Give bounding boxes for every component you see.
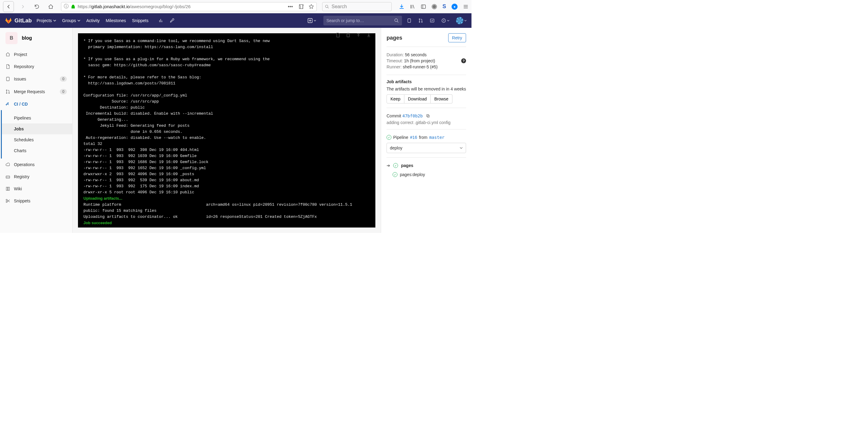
browser-toolbar-icons: S ● [399,3,468,10]
svg-point-13 [6,92,7,93]
browse-button[interactable]: Browse [431,94,453,104]
retry-button[interactable]: Retry [448,33,466,42]
raw-log-icon[interactable] [336,33,340,37]
svg-rect-1 [421,5,426,8]
svg-rect-4 [408,19,410,22]
artifacts-title: Job artifacts [386,79,466,84]
sidebar-item-issues[interactable]: Issues 0 [0,73,72,85]
merge-request-icon[interactable] [418,18,423,23]
svg-text:?: ? [443,19,444,22]
sidebar-item-merge-requests[interactable]: Merge Requests 0 [0,85,72,98]
download-button[interactable]: Download [404,94,431,104]
circle-icon[interactable]: ● [452,4,458,10]
avatar-icon[interactable] [456,17,467,24]
gitlab-nav: Projects Groups Activity Milestones Snip… [37,18,175,23]
chevron-down-icon [460,146,463,149]
commit-label: Commit [386,113,401,118]
page-actions-icon[interactable]: ••• [288,4,293,9]
help-circle-icon[interactable]: ? [461,58,466,63]
pipeline-link[interactable]: #16 [410,135,417,140]
file-icon [5,64,10,69]
nav-wrench-icon[interactable] [169,18,175,23]
check-circle-icon: ✓ [393,172,397,177]
svg-point-16 [6,199,7,201]
commit-sha[interactable]: 47bf0b2b [402,113,423,118]
browser-search[interactable]: Search [322,2,392,11]
timeout-label: Timeout: [386,58,403,63]
job-title: pages [386,35,402,41]
sidebar-item-repository[interactable]: Repository [0,60,72,73]
nav-snippets[interactable]: Snippets [132,18,148,23]
nav-activity[interactable]: Activity [87,18,100,23]
runner-label: Runner: [386,64,402,69]
sidebar-item-wiki[interactable]: Wiki [0,183,72,195]
project-header[interactable]: B blog [0,28,72,49]
svg-point-17 [6,201,7,202]
merge-icon [5,89,10,94]
commit-message: adding correct .gitlab-ci.yml config [386,120,466,125]
nav-milestones[interactable]: Milestones [106,18,126,23]
scroll-bottom-icon[interactable] [366,33,371,37]
related-job-child[interactable]: pages:deploy [400,172,425,177]
project-sidebar: B blog Project Repository Issues 0 Merge… [0,28,72,233]
rocket-icon [5,102,10,107]
todos-icon[interactable] [430,18,435,23]
url-bar[interactable]: ⓘ https://gitlab.jonashackt.io/awesomegr… [61,2,317,11]
download-icon[interactable] [399,4,404,9]
forward-button[interactable] [18,2,28,11]
svg-rect-8 [430,19,434,22]
copy-icon[interactable] [426,114,430,118]
sidebar-item-registry[interactable]: Registry [0,171,72,183]
sub-schedules[interactable]: Schedules [2,134,72,145]
erase-log-icon[interactable] [346,33,350,37]
issues-icon[interactable] [407,18,412,23]
artifacts-text: The artifacts will be removed in in 4 we… [386,87,466,91]
issue-icon [5,77,10,81]
sub-jobs[interactable]: Jobs [2,123,72,134]
library-icon[interactable] [410,4,415,9]
lock-icon [71,4,75,9]
gitlab-search[interactable]: Search or jump to… [323,16,402,25]
sub-charts[interactable]: Charts [2,145,72,156]
sidebar-item-snippets[interactable]: Snippets [0,195,72,207]
project-name: blog [22,35,32,41]
svg-point-0 [326,5,328,7]
bookmark-star-icon[interactable] [309,4,314,9]
nav-groups[interactable]: Groups [62,18,81,23]
keep-button[interactable]: Keep [386,94,404,104]
info-icon: ⓘ [64,3,69,10]
letter-s-icon[interactable]: S [442,3,446,10]
svg-point-7 [422,22,423,22]
gitlab-logo[interactable]: GitLab [5,17,32,24]
home-button[interactable] [46,2,56,11]
svg-rect-11 [6,77,9,81]
nav-projects[interactable]: Projects [37,18,56,23]
job-sidebar: pages Retry Duration: 56 seconds Timeout… [381,28,471,233]
reload-button[interactable] [32,2,42,11]
plus-dropdown[interactable] [308,18,316,23]
sidebar-item-project[interactable]: Project [0,49,72,60]
arrow-right-icon: ➔ [386,163,390,168]
issues-count-badge: 0 [60,76,67,82]
extension-icon[interactable] [432,4,437,9]
sidebar-item-cicd[interactable]: CI / CD [0,98,72,110]
related-job-current[interactable]: pages [401,163,413,168]
sidebar-item-operations[interactable]: Operations [0,159,72,171]
svg-point-5 [419,19,420,20]
stage-select[interactable]: deploy [386,143,466,153]
gitlab-topbar: GitLab Projects Groups Activity Mileston… [0,13,471,28]
scroll-top-icon[interactable] [356,33,361,37]
sidebar-icon[interactable] [421,4,426,9]
timeout-value: 1h (from project) [404,58,435,63]
back-button[interactable] [3,1,14,12]
branch-link[interactable]: master [429,135,444,140]
hamburger-icon[interactable] [463,4,468,9]
job-log-console[interactable]: * If you use Sass as a command-line tool… [78,33,375,228]
nav-graph-icon[interactable] [159,18,163,23]
reader-icon[interactable] [298,4,304,10]
brand-text: GitLab [14,18,32,24]
sub-pipelines[interactable]: Pipelines [2,113,72,123]
runner-value: shell-runner-5 (#5) [403,64,438,69]
cloud-icon [5,162,10,167]
help-icon[interactable]: ? [441,18,450,23]
